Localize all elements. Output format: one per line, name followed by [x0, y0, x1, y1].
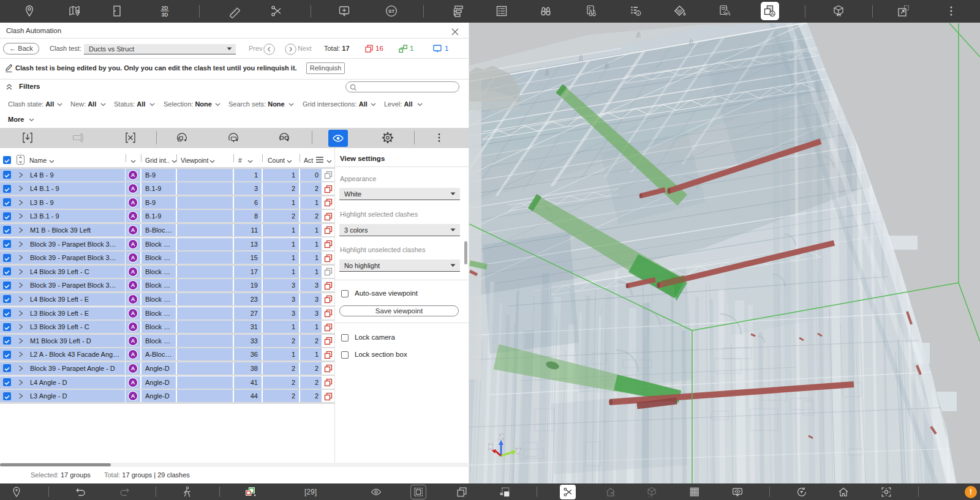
svg-text:ST: ST: [388, 9, 394, 14]
svg-text:A: A: [771, 11, 774, 17]
svg-text:3D: 3D: [162, 12, 168, 18]
svg-text:i: i: [638, 11, 639, 15]
svg-text:Y: Y: [516, 447, 521, 455]
svg-text:Z: Z: [499, 433, 503, 441]
svg-text:X: X: [488, 443, 493, 450]
svg-text:2D: 2D: [162, 5, 168, 11]
